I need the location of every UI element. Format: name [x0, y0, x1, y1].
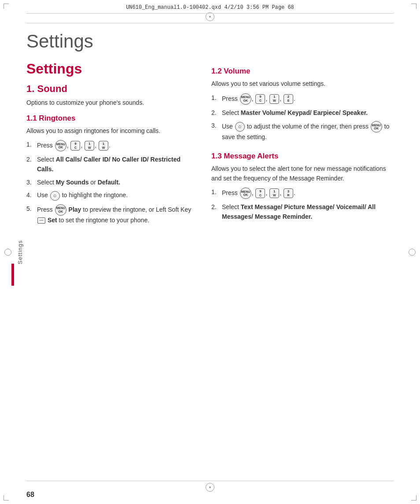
sidebar-label: Settings — [17, 240, 23, 264]
section-title: Settings — [26, 61, 194, 77]
key-1w-1: 1W — [85, 141, 94, 151]
step-2-content: Select All Calls/ Caller ID/ No Caller I… — [37, 155, 194, 174]
vol-step-3-num: 3. — [211, 121, 220, 131]
step-5-content: Press MENUOK Play to preview the rington… — [37, 204, 194, 225]
step-5: 5. Press MENUOK Play to preview the ring… — [26, 204, 194, 225]
sound-heading: 1. Sound — [26, 83, 194, 95]
header-text: UN610_Eng_manual1.0-100402.qxd 4/2/10 3:… — [126, 4, 294, 11]
reg-mark-right — [409, 249, 416, 256]
key-ok-msg1: MENUOK — [240, 188, 251, 199]
vol-step-3-content: Use ○ to adjust the volume of the ringer… — [222, 121, 394, 142]
msg-step-1-content: Press MENUOK, 9C, 1W, 3R. — [222, 188, 394, 199]
key-menu-ok-1: MENUOK — [55, 140, 66, 151]
message-body: Allows you to select the alert tone for … — [211, 164, 394, 183]
key-softkey: — — [37, 217, 45, 224]
vol-step-1-content: Press MENUOK, 9C, 1W, 2E. — [222, 93, 394, 105]
reg-mark-top — [206, 12, 214, 21]
left-column: Settings 1. Sound Options to customize y… — [26, 61, 194, 228]
divider-top — [26, 23, 394, 23]
step-4-num: 4. — [26, 191, 35, 200]
key-ok-vol1: MENUOK — [240, 93, 251, 105]
two-column-layout: Settings 1. Sound Options to customize y… — [26, 61, 394, 228]
vol-step-3: 3. Use ○ to adjust the volume of the rin… — [211, 121, 394, 142]
reg-mark-left — [4, 249, 11, 256]
reg-mark-bottom — [206, 483, 214, 492]
step-4: 4. Use ○ to highlight the ringtone. — [26, 191, 194, 200]
msg-step-2-num: 2. — [211, 202, 220, 212]
content-area: Settings Settings Settings 1. Sound Opti… — [26, 24, 394, 480]
step-1-num: 1. — [26, 140, 35, 150]
key-1w-2: 1W — [99, 141, 108, 151]
vol-step-2-num: 2. — [211, 108, 220, 118]
step-4-content: Use ○ to highlight the ringtone. — [37, 191, 194, 200]
message-heading: 1.3 Message Alerts — [211, 152, 394, 161]
key-ok-play: MENUOK — [55, 204, 66, 216]
key-nav-1: ○ — [50, 191, 60, 201]
msg-step-1-num: 1. — [211, 188, 220, 197]
crop-mark-br — [411, 495, 416, 500]
crop-mark-tl — [4, 4, 9, 9]
vol-step-1: 1. Press MENUOK, 9C, 1W, 2E. — [211, 93, 394, 105]
divider-bottom — [26, 481, 394, 481]
ringtones-heading: 1.1 Ringtones — [26, 114, 194, 123]
msg-step-2-content: Select Text Message/ Picture Message/ Vo… — [222, 202, 394, 221]
right-column: 1.2 Volume Allows you to set various vol… — [211, 61, 394, 228]
ringtones-body: Allows you to assign ringtones for incom… — [26, 126, 194, 136]
key-3r-msg: 3R — [284, 188, 293, 198]
vol-step-2-content: Select Master Volume/ Keypad/ Earpiece/ … — [222, 108, 394, 118]
key-9c-1: 9C — [70, 141, 80, 151]
crop-mark-tr — [411, 4, 416, 9]
vol-step-2: 2. Select Master Volume/ Keypad/ Earpiec… — [211, 108, 394, 118]
key-nav-vol: ○ — [235, 122, 245, 132]
step-1: 1. Press MENUOK, 9C, 1W, 1W. — [26, 140, 194, 151]
vol-step-1-num: 1. — [211, 93, 220, 103]
msg-step-1: 1. Press MENUOK, 9C, 1W, 3R. — [211, 188, 394, 199]
step-2: 2. Select All Calls/ Caller ID/ No Calle… — [26, 155, 194, 174]
step-5-num: 5. — [26, 204, 35, 214]
page-container: UN610_Eng_manual1.0-100402.qxd 4/2/10 3:… — [0, 0, 420, 504]
header-bar: UN610_Eng_manual1.0-100402.qxd 4/2/10 3:… — [26, 4, 394, 14]
key-9c-vol: 9C — [255, 94, 265, 104]
sound-body: Options to customize your phone's sounds… — [26, 98, 194, 108]
key-1w-msg: 1W — [269, 188, 279, 198]
key-1w-vol: 1W — [269, 94, 279, 104]
sidebar-bar — [11, 264, 14, 286]
page-number: 68 — [26, 491, 34, 499]
msg-step-2: 2. Select Text Message/ Picture Message/… — [211, 202, 394, 221]
step-2-num: 2. — [26, 155, 35, 165]
step-3-content: Select My Sounds or Default. — [37, 178, 194, 188]
step-1-content: Press MENUOK, 9C, 1W, 1W. — [37, 140, 194, 151]
key-ok-vol3: MENUOK — [371, 121, 382, 132]
page-title: Settings — [26, 31, 394, 52]
volume-heading: 1.2 Volume — [211, 67, 394, 76]
key-9c-msg: 9C — [255, 188, 265, 198]
crop-mark-bl — [4, 495, 9, 500]
step-3: 3. Select My Sounds or Default. — [26, 178, 194, 188]
key-2e-vol: 2E — [284, 94, 293, 104]
step-3-num: 3. — [26, 178, 35, 188]
volume-body: Allows you to set various volume setting… — [211, 79, 394, 89]
